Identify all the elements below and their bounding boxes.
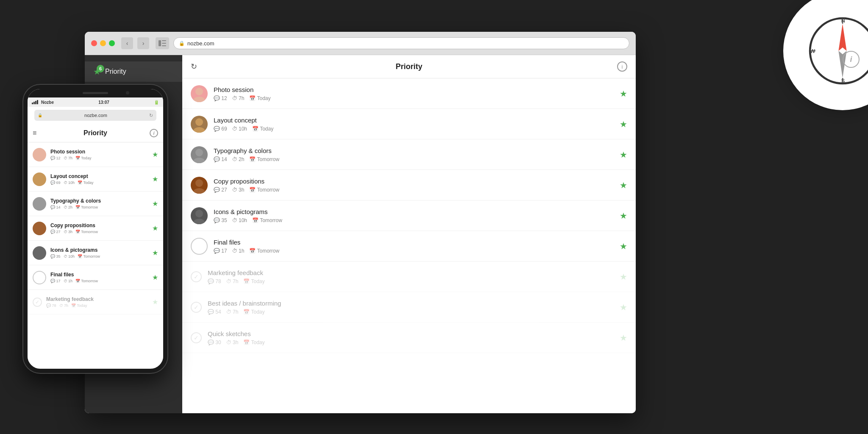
url-text: nozbe.com [187, 40, 214, 47]
star-button[interactable]: ★ [152, 200, 158, 208]
table-row[interactable]: Typography & colors 💬 14 ⏱ 2h 📅 Tomorrow… [182, 139, 636, 170]
table-row[interactable]: Photo session 💬 12 ⏱ 7h 📅 Today ★ [182, 78, 636, 109]
task-info: Marketing feedback 💬 78 ⏱ 7h 📅 Today [46, 296, 148, 308]
star-button[interactable]: ★ [620, 333, 627, 343]
phone-refresh-icon[interactable]: ↻ [149, 113, 153, 118]
task-name: Copy propositions [50, 223, 148, 228]
page-info-button[interactable]: i [843, 51, 860, 68]
star-button[interactable]: ★ [620, 211, 627, 221]
signal-icon [32, 100, 38, 104]
task-meta: 💬 69 ⏱ 10h 📅 Today [214, 126, 614, 132]
avatar [191, 177, 208, 194]
task-meta: 💬 78 ⏱ 7h 📅 Today [46, 303, 148, 308]
avatar [33, 222, 46, 235]
table-row[interactable]: Final files 💬 17 ⏱ 1h 📅 Tomorrow ★ [182, 231, 636, 262]
list-item[interactable]: Copy propositions 💬 27 ⏱ 3h 📅 Tomorrow ★ [28, 216, 163, 241]
time-estimate: ⏱ 10h [232, 126, 247, 132]
forward-button[interactable]: › [137, 37, 149, 49]
star-button[interactable]: ★ [152, 273, 158, 281]
svg-point-6 [195, 118, 203, 126]
carrier-name: Nozbe [41, 100, 54, 105]
main-header-title: Priority [395, 62, 422, 71]
phone-notch [28, 89, 163, 97]
list-item[interactable]: ✓ Marketing feedback 💬 78 ⏱ 7h 📅 Today ★ [28, 290, 163, 314]
due-date: 📅 Today [252, 126, 273, 132]
table-row[interactable]: Layout concept 💬 69 ⏱ 10h 📅 Today ★ [182, 109, 636, 139]
task-info: Copy propositions 💬 27 ⏱ 3h 📅 Tomorrow [214, 178, 614, 193]
star-button[interactable]: ★ [152, 298, 158, 306]
phone-url-bar[interactable]: 🔒 nozbe.com ↻ [34, 110, 156, 121]
star-button[interactable]: ★ [620, 272, 627, 282]
list-item[interactable]: Final files 💬 17 ⏱ 1h 📅 Tomorrow ★ [28, 265, 163, 290]
table-row[interactable]: ✓ Quick sketches 💬 30 ⏱ 3h 📅 Today ★ [182, 323, 636, 353]
due-date: 📅 Tomorrow [252, 217, 282, 223]
star-button[interactable]: ★ [152, 150, 158, 159]
browser-chrome: ‹ › 🔒 nozbe.com [85, 32, 636, 55]
task-meta: 💬 78 ⏱ 7h 📅 Today [208, 278, 614, 284]
task-name: Marketing feedback [46, 296, 148, 302]
lock-icon: 🔒 [179, 41, 185, 46]
table-row[interactable]: ✓ Best ideas / brainstorming 💬 54 ⏱ 7h 📅… [182, 292, 636, 323]
phone-mockup: Nozbe 13:07 🔋 🔒 nozbe.com ↻ ≡ Priority i [23, 85, 167, 373]
sidebar-toggle-button[interactable] [156, 37, 169, 49]
time-estimate: ⏱ 3h [226, 339, 239, 345]
task-name: Icons & pictograms [214, 208, 614, 215]
task-meta: 💬 35 ⏱ 10h 📅 Tomorrow [50, 254, 148, 259]
task-info: Icons & pictograms 💬 35 ⏱ 10h 📅 Tomorrow [214, 208, 614, 223]
task-info: Best ideas / brainstorming 💬 54 ⏱ 7h 📅 T… [208, 300, 614, 315]
task-info: Typography & colors 💬 14 ⏱ 2h 📅 Tomorrow [214, 147, 614, 162]
due-date: 📅 Today [243, 278, 264, 284]
task-meta: 💬 17 ⏱ 1h 📅 Tomorrow [50, 279, 148, 283]
close-button[interactable] [91, 40, 97, 46]
avatar [191, 116, 208, 133]
phone-menu-icon[interactable]: ≡ [33, 129, 36, 137]
avatar [191, 207, 208, 224]
list-item[interactable]: Layout concept 💬 69 ⏱ 10h 📅 Today ★ [28, 167, 163, 192]
phone-content: ≡ Priority i Photo session 💬 12 ⏱ 7h 📅 T… [28, 124, 163, 361]
list-item[interactable]: Icons & pictograms 💬 35 ⏱ 10h 📅 Tomorrow… [28, 241, 163, 265]
avatar [33, 246, 46, 260]
sidebar-item-priority[interactable]: ★ 6 Priority [85, 61, 182, 82]
svg-point-14 [810, 18, 868, 83]
star-button[interactable]: ★ [152, 249, 158, 257]
address-bar[interactable]: 🔒 nozbe.com [173, 37, 629, 49]
main-header: ↻ Priority i [182, 55, 636, 78]
star-button[interactable]: ★ [620, 119, 627, 129]
task-info: Final files 💬 17 ⏱ 1h 📅 Tomorrow [214, 239, 614, 254]
star-button[interactable]: ★ [620, 89, 627, 99]
star-button[interactable]: ★ [152, 175, 158, 183]
refresh-button[interactable]: ↻ [191, 62, 197, 71]
task-meta: 💬 14 ⏱ 2h 📅 Tomorrow [214, 156, 614, 162]
comment-count: 💬 54 [208, 309, 221, 315]
table-row[interactable]: Copy propositions 💬 27 ⏱ 3h 📅 Tomorrow ★ [182, 170, 636, 200]
task-meta: 💬 69 ⏱ 10h 📅 Today [50, 181, 148, 185]
star-button[interactable]: ★ [620, 302, 627, 312]
star-button[interactable]: ★ [152, 224, 158, 232]
list-item[interactable]: Photo session 💬 12 ⏱ 7h 📅 Today ★ [28, 142, 163, 167]
sidebar-priority-label: Priority [105, 68, 126, 75]
phone-body: Nozbe 13:07 🔋 🔒 nozbe.com ↻ ≡ Priority i [23, 85, 167, 373]
back-button[interactable]: ‹ [121, 37, 133, 49]
star-button[interactable]: ★ [620, 150, 627, 160]
list-item[interactable]: Typography & colors 💬 14 ⏱ 2h 📅 Tomorrow… [28, 192, 163, 216]
svg-point-4 [195, 88, 203, 95]
svg-point-9 [193, 158, 205, 163]
task-meta: 💬 35 ⏱ 10h 📅 Tomorrow [214, 217, 614, 223]
svg-point-5 [193, 97, 205, 102]
task-info: Final files 💬 17 ⏱ 1h 📅 Tomorrow [50, 272, 148, 283]
phone-info-button[interactable]: i [150, 129, 158, 137]
comment-count: 💬 69 [214, 126, 227, 132]
star-button[interactable]: ★ [620, 180, 627, 190]
comment-count: 💬 78 [208, 278, 221, 284]
task-info: Icons & pictograms 💬 35 ⏱ 10h 📅 Tomorrow [50, 247, 148, 259]
table-row[interactable]: ✓ Marketing feedback 💬 78 ⏱ 7h 📅 Today ★ [182, 262, 636, 292]
maximize-button[interactable] [109, 40, 115, 46]
star-button[interactable]: ★ [620, 241, 627, 251]
phone-signal-area: Nozbe [32, 100, 54, 105]
minimize-button[interactable] [100, 40, 106, 46]
phone-header: ≡ Priority i [28, 124, 163, 142]
task-meta: 💬 30 ⏱ 3h 📅 Today [208, 339, 614, 345]
traffic-lights [91, 40, 115, 46]
info-button[interactable]: i [617, 61, 627, 72]
table-row[interactable]: Icons & pictograms 💬 35 ⏱ 10h 📅 Tomorrow… [182, 200, 636, 231]
